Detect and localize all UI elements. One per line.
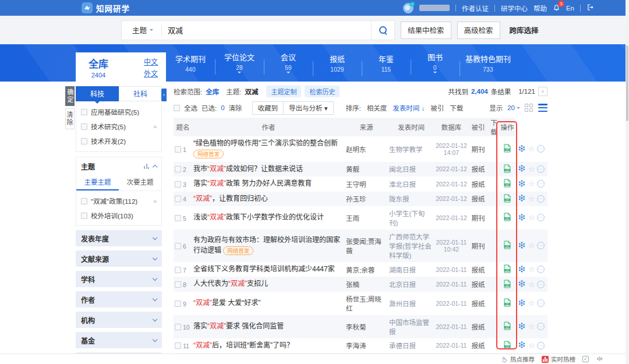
sort-cited[interactable]: 被引	[430, 103, 444, 112]
author-cell[interactable]: 李秋菊	[345, 315, 388, 338]
source-cell[interactable]: 湖南日报	[388, 262, 434, 277]
author-cell[interactable]: 王雨	[345, 206, 388, 229]
result-title-link[interactable]: “绿色植物的呼吸作用”三个演示实验的整合创新 网络首发	[193, 139, 344, 160]
author-cell[interactable]: 杨世玉;周晓红	[345, 292, 388, 315]
share-icon[interactable]	[518, 241, 526, 250]
result-title-link[interactable]: “双减”后，培训班“断舍离”了吗？	[193, 341, 344, 351]
author-cell[interactable]: 张雯闻;贾海薇	[345, 229, 388, 262]
nav-research-center[interactable]: 研学中心	[501, 3, 528, 13]
page-size-select[interactable]: 20	[507, 104, 520, 111]
task-check-icon[interactable]: ✓	[582, 356, 589, 362]
filter-clear-button[interactable]: 清除	[65, 108, 75, 129]
row-checkbox[interactable]	[175, 196, 181, 202]
favorite-star-icon[interactable]: ☆	[528, 299, 535, 307]
source-cell[interactable]: 生物学教学	[388, 136, 434, 162]
favorite-star-icon[interactable]: ☆	[528, 214, 535, 221]
result-title-link[interactable]: 有为政府与有效市场：理解校外培训治理的国家行动逻辑 网络首发	[193, 235, 344, 256]
source-cell[interactable]: 北京日报	[388, 277, 434, 291]
favorite-star-icon[interactable]: ☆	[528, 195, 535, 203]
favorite-star-icon[interactable]: ☆	[528, 242, 535, 249]
download-html-icon[interactable]: xml	[503, 147, 511, 154]
tab-报纸[interactable]: 报纸1029	[313, 53, 362, 73]
author-cell[interactable]: 黄京;余蓉	[345, 262, 388, 277]
tab-基教特色期刊[interactable]: 基教特色期刊733	[460, 53, 517, 73]
share-icon[interactable]	[518, 213, 526, 222]
sidebar-collapse-icon[interactable]: ‹	[161, 89, 167, 101]
more-icon[interactable]: ···	[537, 266, 545, 273]
page-scrollbar[interactable]	[626, 0, 629, 364]
source-cell[interactable]: 广西师范大学学报(哲学社会科学版)	[388, 229, 434, 262]
advanced-search-button[interactable]: 高级检索	[457, 22, 500, 39]
grid-view-icon[interactable]	[525, 104, 533, 112]
search-button[interactable]	[371, 21, 394, 40]
sort-publish-time[interactable]: 发表时间 ↓	[393, 103, 425, 112]
nav-author-cert[interactable]: 作者认证	[462, 3, 489, 13]
next-page-button[interactable]: ›	[538, 87, 547, 96]
share-icon[interactable]	[518, 265, 526, 274]
more-icon[interactable]: ···	[537, 281, 545, 288]
select-all-checkbox[interactable]	[174, 105, 180, 111]
filter-section-学科[interactable]: 学科	[76, 271, 162, 287]
favorite-star-icon[interactable]: ☆	[528, 342, 535, 349]
author-cell[interactable]: 李海涛	[345, 338, 388, 353]
list-view-icon[interactable]	[538, 104, 547, 112]
search-history-button[interactable]: 检索历史	[305, 86, 340, 97]
author-cell[interactable]: 赵明东	[345, 136, 388, 162]
favorite-star-icon[interactable]: ☆	[528, 180, 535, 188]
download-html-icon[interactable]: xml	[503, 267, 511, 274]
bar-chart-icon[interactable]	[144, 164, 149, 169]
row-checkbox[interactable]	[175, 281, 181, 288]
nav-language[interactable]: En	[566, 5, 574, 12]
tab-年鉴[interactable]: 年鉴115	[362, 53, 411, 73]
scrollbar-thumb[interactable]	[626, 45, 628, 121]
more-icon[interactable]: ···	[537, 214, 545, 221]
chevron-up-icon[interactable]	[153, 165, 157, 169]
link-chinese[interactable]: 中文	[144, 56, 158, 66]
more-icon[interactable]: ···	[537, 165, 545, 173]
source-cell[interactable]: 淮北日报	[388, 176, 434, 191]
link-foreign[interactable]: 外文	[144, 68, 158, 78]
share-icon[interactable]	[518, 164, 526, 174]
checkbox[interactable]	[81, 123, 87, 130]
row-checkbox[interactable]	[175, 181, 181, 188]
share-icon[interactable]	[518, 280, 526, 289]
collect-button[interactable]: 收藏到	[252, 101, 284, 115]
tab-会议[interactable]: 会议59	[264, 51, 313, 75]
result-title-link[interactable]: “双减”是爱 大爱“好求”	[193, 298, 344, 308]
search-input[interactable]	[162, 21, 371, 40]
source-cell[interactable]: 闽北日报	[388, 162, 434, 176]
row-checkbox[interactable]	[175, 324, 181, 330]
download-html-icon[interactable]: xml	[503, 344, 511, 351]
realtime-ranking[interactable]: 实时热榜	[542, 355, 575, 363]
filter-confirm-button[interactable]: 确定	[65, 86, 75, 106]
filter-item-label[interactable]: 校外培训(103)	[91, 211, 133, 220]
filter-item-label[interactable]: 应用基础研究(5)	[91, 107, 139, 116]
search-in-results-button[interactable]: 结果中检索	[401, 22, 451, 39]
more-icon[interactable]: ···	[537, 323, 545, 330]
brand[interactable]: 知网研学	[82, 2, 130, 14]
download-html-icon[interactable]: xml	[503, 282, 511, 289]
favorite-star-icon[interactable]: ☆	[528, 323, 535, 330]
author-cell[interactable]: 黄靓	[345, 162, 388, 176]
download-html-icon[interactable]: xml	[503, 167, 511, 174]
subtab-次要主题[interactable]: 次要主题	[119, 174, 161, 190]
checkbox[interactable]	[81, 138, 87, 144]
row-checkbox[interactable]	[175, 301, 181, 307]
share-icon[interactable]	[518, 179, 526, 189]
result-title-link[interactable]: 浅谈“双减”政策下小学数学作业的优化设计	[193, 213, 344, 222]
source-cell[interactable]: 中国市场监管报	[388, 315, 434, 338]
tab-图书[interactable]: 图书0	[411, 51, 460, 75]
more-icon[interactable]: ···	[537, 242, 545, 249]
download-html-icon[interactable]: xml	[503, 215, 511, 222]
export-analyze-button[interactable]: 导出与分析 ▾	[283, 101, 333, 115]
source-cell[interactable]: 陇东报	[388, 192, 434, 206]
tab-学术期刊[interactable]: 学术期刊440	[166, 53, 215, 73]
share-icon[interactable]	[518, 299, 526, 308]
download-html-icon[interactable]: xml	[503, 243, 511, 250]
download-html-icon[interactable]: xml	[503, 301, 511, 308]
source-cell[interactable]: 小学生(下旬刊)	[388, 206, 434, 229]
row-checkbox[interactable]	[175, 215, 181, 221]
subtab-主要主题[interactable]: 主要主题	[76, 174, 119, 190]
row-checkbox[interactable]	[175, 267, 181, 273]
expand-more-icon[interactable]: »	[153, 198, 157, 204]
